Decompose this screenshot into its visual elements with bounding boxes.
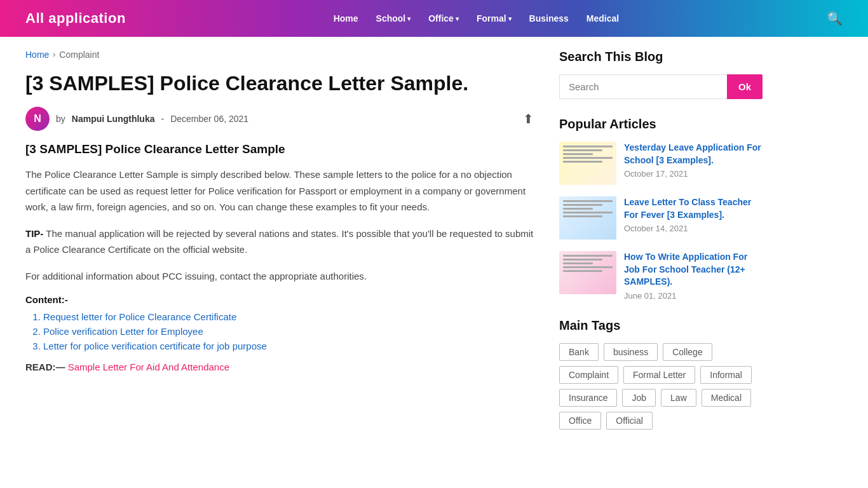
formal-dropdown-icon: ▾	[508, 15, 512, 22]
content-label: Content:-	[25, 294, 534, 305]
nav-formal[interactable]: Formal ▾	[470, 8, 518, 29]
popular-article-title-1[interactable]: Yesterday Leave Application For School […	[624, 142, 763, 166]
header-search-icon[interactable]: 🔍	[827, 11, 843, 26]
article-title: [3 SAMPLES] Police Clearance Letter Samp…	[25, 71, 534, 95]
search-box: Ok	[559, 74, 763, 99]
tags-title: Main Tags	[559, 318, 763, 333]
popular-thumb-2	[559, 196, 616, 240]
tag-item[interactable]: Job	[622, 389, 656, 407]
article-body: The Police Clearance Letter Sample is si…	[25, 166, 534, 215]
sidebar: Search This Blog Ok Popular Articles	[559, 50, 763, 447]
author-name: Nampui Lungthluka	[72, 114, 155, 124]
read-label: READ:—	[25, 362, 65, 372]
nav-school[interactable]: School ▾	[370, 8, 417, 29]
article-meta: N by Nampui Lungthluka - December 06, 20…	[25, 107, 534, 131]
tip-box: TIP- The manual application will be reje…	[25, 226, 534, 258]
article-subtitle: [3 SAMPLES] Police Clearance Letter Samp…	[25, 142, 534, 156]
popular-article-title-2[interactable]: Leave Letter To Class Teacher For Fever …	[624, 196, 763, 221]
tip-label: TIP-	[25, 228, 43, 239]
list-item: Request letter for Police Clearance Cert…	[43, 311, 534, 322]
author-by: by	[56, 114, 65, 124]
tag-item[interactable]: Insurance	[559, 389, 617, 407]
tag-item[interactable]: Informal	[700, 366, 752, 384]
nav-medical[interactable]: Medical	[580, 8, 625, 29]
popular-articles-title: Popular Articles	[559, 117, 763, 132]
page-container: Home › Complaint [3 SAMPLES] Police Clea…	[0, 37, 868, 460]
popular-thumb-3	[559, 251, 616, 294]
site-logo[interactable]: All application	[25, 10, 126, 27]
nav-office[interactable]: Office ▾	[422, 8, 465, 29]
avatar: N	[25, 107, 50, 131]
tag-item[interactable]: Law	[661, 389, 696, 407]
tip-text: The manual application will be rejected …	[25, 228, 533, 255]
search-button[interactable]: Ok	[727, 74, 763, 99]
search-section: Search This Blog Ok	[559, 50, 763, 99]
tags-container: BankbusinessCollegeComplaintFormal Lette…	[559, 343, 763, 430]
popular-articles-section: Popular Articles Yesterday Leave Applica…	[559, 117, 763, 301]
list-item: Police verification Letter for Employee	[43, 326, 534, 337]
breadcrumb-current: Complaint	[59, 50, 99, 60]
tag-item[interactable]: Bank	[559, 343, 599, 361]
article-date: December 06, 2021	[170, 114, 248, 124]
popular-article-date-1: October 17, 2021	[624, 169, 763, 179]
breadcrumb-separator: ›	[53, 50, 55, 59]
popular-article-item: Yesterday Leave Application For School […	[559, 142, 763, 185]
list-item: Letter for police verification certifica…	[43, 341, 534, 351]
school-dropdown-icon: ▾	[407, 15, 410, 22]
office-dropdown-icon: ▾	[456, 15, 459, 22]
read-line: READ:— Sample Letter For Aid And Attenda…	[25, 362, 534, 372]
tags-section: Main Tags BankbusinessCollegeComplaintFo…	[559, 318, 763, 430]
read-link[interactable]: Sample Letter For Aid And Attendance	[68, 362, 229, 372]
tag-item[interactable]: Formal Letter	[623, 366, 695, 384]
tag-item[interactable]: Office	[559, 412, 601, 430]
main-content: Home › Complaint [3 SAMPLES] Police Clea…	[25, 50, 559, 447]
tag-item[interactable]: business	[604, 343, 658, 361]
tag-item[interactable]: College	[663, 343, 712, 361]
nav-business[interactable]: Business	[523, 8, 575, 29]
date-separator: -	[161, 114, 164, 124]
additional-info: For additional information about PCC iss…	[25, 268, 534, 285]
popular-article-item: How To Write Application For Job For Sch…	[559, 251, 763, 301]
tag-item[interactable]: Complaint	[559, 366, 618, 384]
popular-thumb-1	[559, 142, 616, 185]
article-meta-left: N by Nampui Lungthluka - December 06, 20…	[25, 107, 248, 131]
search-title: Search This Blog	[559, 50, 763, 64]
breadcrumb-home[interactable]: Home	[25, 50, 49, 60]
breadcrumb: Home › Complaint	[25, 50, 534, 60]
content-list: Request letter for Police Clearance Cert…	[43, 311, 534, 351]
main-nav: Home School ▾ Office ▾ Formal ▾ Business…	[327, 8, 626, 29]
popular-article-item: Leave Letter To Class Teacher For Fever …	[559, 196, 763, 240]
search-input[interactable]	[559, 74, 727, 99]
popular-article-date-2: October 14, 2021	[624, 224, 763, 233]
tag-item[interactable]: Medical	[702, 389, 751, 407]
tag-item[interactable]: Official	[606, 412, 653, 430]
site-header: All application Home School ▾ Office ▾ F…	[0, 0, 868, 37]
share-icon[interactable]: ⬆	[523, 111, 534, 126]
popular-article-date-3: June 01, 2021	[624, 291, 763, 301]
popular-article-title-3[interactable]: How To Write Application For Job For Sch…	[624, 251, 763, 288]
nav-home[interactable]: Home	[327, 8, 365, 29]
